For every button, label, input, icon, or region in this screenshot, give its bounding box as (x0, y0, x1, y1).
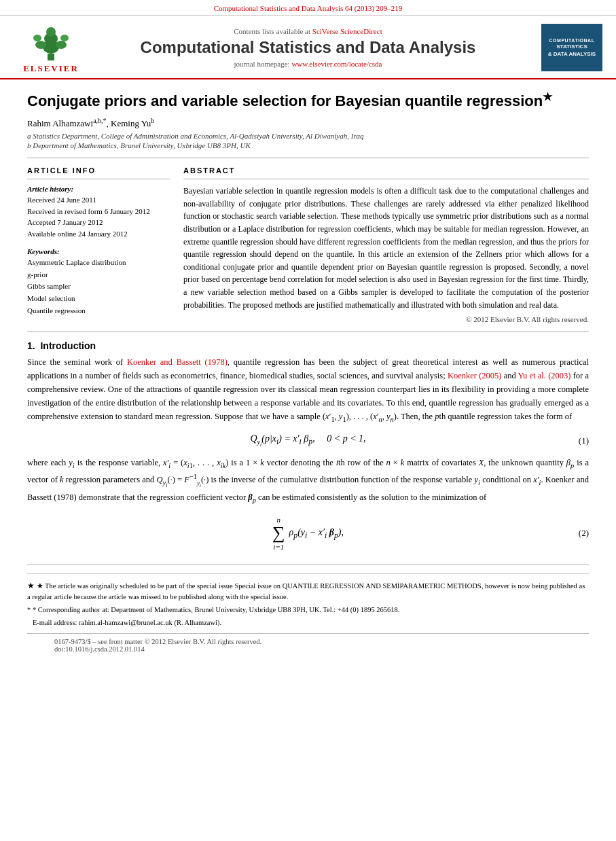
section-divider (27, 158, 589, 158)
sum-symbol: ∑ (272, 524, 285, 542)
affil-a-text: a Statistics Department, College of Admi… (27, 132, 364, 140)
logo-line1: COMPUTATIONAL (549, 37, 595, 43)
authors-line: Rahim Alhamzawia,b,*, Keming Yub (27, 117, 589, 129)
body-divider (27, 332, 589, 332)
svg-point-7 (60, 35, 69, 41)
equation-2: n ∑ i=1 ρp(yi − x′i βp), (2) (27, 516, 589, 551)
affil-b-text: b Department of Mathematics, Brunel Univ… (27, 141, 251, 149)
title-star: ★ (543, 91, 552, 103)
journal-citation: Computational Statistics and Data Analys… (0, 0, 616, 16)
section-number: 1. (27, 340, 35, 351)
abstract-text: Bayesian variable selection in quantile … (183, 185, 589, 311)
info-divider (27, 179, 170, 179)
ref-yu-2003[interactable]: Yu et al. (2003) (518, 371, 570, 380)
intro-heading: 1. Introduction (27, 340, 589, 351)
paper-title: Conjugate priors and variable selection … (27, 90, 589, 111)
online-date: Available online 24 January 2012 (27, 228, 170, 240)
keyword-2: g-prior (27, 269, 170, 281)
ref-koenker-2005[interactable]: Koenker (2005) (448, 371, 502, 380)
affiliation-b: b Department of Mathematics, Brunel Univ… (27, 141, 589, 149)
email-address[interactable]: rahim.al-hamzawi@brunel.ac.uk (79, 619, 173, 626)
equation-1: Qyi(p|xi) = x′i βp, 0 < p < 1, (1) (27, 433, 589, 448)
svg-point-6 (33, 35, 41, 41)
sciverse-line: Contents lists available at SciVerse Sci… (95, 27, 521, 35)
elsevier-tree-icon (24, 21, 78, 62)
journal-header: ELSEVIER Contents lists available at Sci… (0, 16, 616, 79)
author2-sup: b (151, 117, 154, 124)
copyright-text: © 2012 Elsevier B.V. All rights reserved… (183, 315, 589, 323)
abstract-divider (183, 179, 589, 179)
homepage-line: journal homepage: www.elsevier.com/locat… (95, 60, 521, 68)
email-label: E-mail address: (33, 619, 77, 626)
article-history: Article history: Received 24 June 2011 R… (27, 185, 170, 239)
info-abstract-section: ARTICLE INFO Article history: Received 2… (27, 166, 589, 323)
ref-koenker-bassett-1978b[interactable]: Koenker and Bassett (1978) (27, 475, 589, 501)
svg-point-5 (56, 41, 67, 49)
footnote-star-text: ★ The article was originally scheduled t… (27, 582, 585, 601)
email-author: (R. Alhamzawi). (174, 619, 221, 626)
svg-point-3 (46, 27, 56, 37)
elsevier-logo-area: ELSEVIER (14, 21, 88, 74)
article-info-col: ARTICLE INFO Article history: Received 2… (27, 166, 170, 323)
elsevier-brand-text: ELSEVIER (23, 63, 79, 74)
sciverse-prefix: Contents lists available at (234, 27, 310, 35)
sciverse-link[interactable]: SciVerse ScienceDirect (312, 27, 382, 35)
eq2-number: (2) (579, 528, 589, 539)
homepage-prefix: journal homepage: (234, 60, 290, 68)
journal-logo-area: COMPUTATIONAL STATISTICS & DATA ANALYSIS (528, 24, 602, 71)
citation-text: Computational Statistics and Data Analys… (214, 4, 403, 12)
history-title: Article history: (27, 185, 170, 193)
eq2-expr: ρp(yi − x′i βp), (289, 527, 344, 540)
keywords-section: Keywords: Asymmetric Laplace distributio… (27, 247, 170, 317)
author1-name: Rahim Alhamzawi (27, 118, 93, 128)
keyword-4: Model selection (27, 293, 170, 305)
footnote-corresponding: * * Corresponding author at: Department … (27, 605, 589, 615)
section-title: Introduction (40, 340, 96, 351)
bottom-bar: 0167-9473/$ – see front matter © 2012 El… (27, 633, 589, 657)
main-content: Conjugate priors and variable selection … (0, 79, 616, 668)
issn-text: 0167-9473/$ – see front matter © 2012 El… (54, 638, 562, 645)
eq1-number: (1) (579, 435, 589, 446)
page: Computational Statistics and Data Analys… (0, 0, 616, 841)
received-date: Received 24 June 2011 (27, 194, 170, 206)
author1-sup: a,b,* (93, 117, 106, 124)
svg-point-4 (35, 41, 46, 49)
sum-lower-limit: i=1 (273, 543, 284, 551)
logo-line3: & DATA ANALYSIS (548, 51, 596, 58)
journal-header-center: Contents lists available at SciVerse Sci… (88, 27, 528, 68)
keywords-title: Keywords: (27, 247, 170, 255)
title-text: Conjugate priors and variable selection … (27, 92, 543, 109)
footnotes: ★ ★ The article was originally scheduled… (27, 573, 589, 628)
intro-paragraph1: Since the seminal work of Koenker and Ba… (27, 355, 589, 425)
revised-date: Received in revised form 6 January 2012 (27, 206, 170, 217)
intro-paragraph2: where each yi is the response variable, … (27, 456, 589, 506)
abstract-label: ABSTRACT (183, 166, 589, 175)
logo-line2: STATISTICS (556, 43, 587, 50)
svg-rect-0 (48, 54, 54, 60)
elsevier-logo: ELSEVIER (14, 21, 88, 74)
footnote-divider (27, 565, 589, 565)
article-info-label: ARTICLE INFO (27, 166, 170, 175)
journal-title: Computational Statistics and Data Analys… (95, 38, 521, 57)
abstract-col: ABSTRACT Bayesian variable selection in … (183, 166, 589, 323)
ref-koenker-bassett-1978[interactable]: Koenker and Bassett (1978) (127, 357, 228, 367)
keyword-5: Quantile regression (27, 305, 170, 317)
affiliation-a: a Statistics Department, College of Admi… (27, 132, 589, 140)
keyword-3: Gibbs sampler (27, 281, 170, 293)
footnote-star: ★ ★ The article was originally scheduled… (27, 579, 589, 603)
author2-name: , Keming Yu (107, 118, 151, 128)
footnote-email: E-mail address: rahim.al-hamzawi@brunel.… (27, 618, 589, 628)
accepted-date: Accepted 7 January 2012 (27, 217, 170, 228)
introduction-section: 1. Introduction Since the seminal work o… (27, 340, 589, 551)
eq1-content: Qyi(p|xi) = x′i βp, 0 < p < 1, (250, 433, 365, 448)
journal-logo-box: COMPUTATIONAL STATISTICS & DATA ANALYSIS (541, 24, 602, 71)
doi-text: doi:10.1016/j.csda.2012.01.014 (54, 645, 562, 653)
homepage-link[interactable]: www.elsevier.com/locate/csda (291, 60, 382, 68)
keyword-1: Asymmetric Laplace distribution (27, 257, 170, 269)
footnote-corresponding-text: * Corresponding author at: Department of… (33, 606, 400, 613)
